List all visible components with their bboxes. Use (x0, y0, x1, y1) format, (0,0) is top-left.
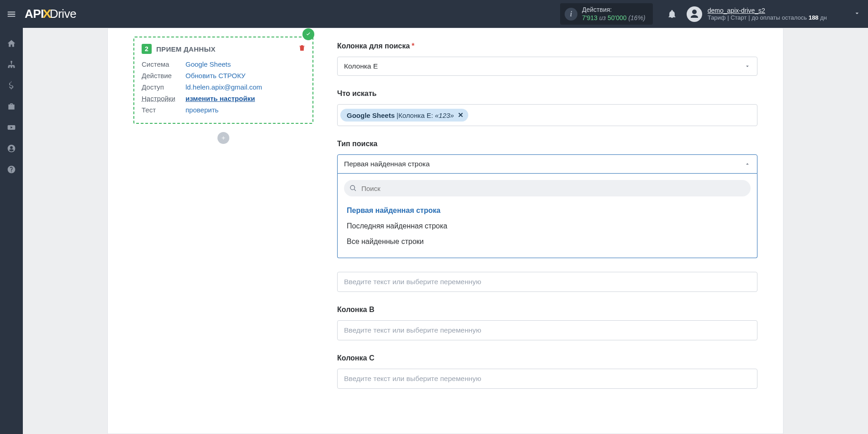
step-title: ПРИЕМ ДАННЫХ (156, 45, 216, 53)
input-variable-a[interactable] (337, 272, 757, 292)
step-details: СистемаGoogle Sheets ДействиеОбновить СТ… (142, 58, 305, 116)
chip-selected-variable[interactable]: Google Sheets | Колонка E: «123» ✕ (340, 109, 468, 122)
field-column-b: Колонка B (337, 306, 757, 340)
step-row-key-action: Действие (142, 72, 185, 79)
step-link-test[interactable]: проверить (185, 106, 218, 114)
chip-field: Колонка E: (398, 111, 433, 119)
plus-icon (221, 135, 226, 141)
dropdown-option-2[interactable]: Все найденные строки (345, 234, 750, 249)
label-search-type: Тип поиска (337, 140, 377, 148)
briefcase-icon (7, 102, 16, 111)
add-step-button[interactable] (217, 132, 229, 144)
chevron-up-icon (744, 161, 751, 167)
sidebar-item-connections[interactable] (0, 60, 23, 69)
field-search-type: Тип поиска Первая найденная строка Перва… (337, 140, 757, 258)
label-search-column: Колонка для поиска (337, 42, 410, 50)
sidebar-item-work[interactable] (0, 102, 23, 111)
step-link-system[interactable]: Google Sheets (185, 60, 231, 68)
sidebar-item-account[interactable] (0, 144, 23, 153)
main-area: 2 ПРИЕМ ДАННЫХ СистемаGoogle Sheets Дейс… (23, 28, 868, 434)
logo-api: API (25, 7, 44, 21)
check-icon (305, 31, 312, 37)
actions-title: Действия: (582, 6, 646, 14)
bell-icon (667, 10, 677, 19)
help-icon (7, 165, 16, 174)
chip-source: Google Sheets (347, 111, 395, 119)
logo[interactable]: API X Drive (25, 7, 76, 21)
content-card: 2 ПРИЕМ ДАННЫХ СистемаGoogle Sheets Дейс… (107, 28, 783, 434)
step-link-action[interactable]: Обновить СТРОКУ (185, 72, 245, 79)
youtube-icon (7, 123, 16, 132)
user-icon (689, 9, 700, 20)
dollar-icon (7, 81, 16, 90)
home-icon (7, 39, 16, 48)
step-complete-badge (302, 28, 314, 40)
avatar (687, 6, 702, 22)
notifications-button[interactable] (663, 10, 681, 19)
left-column: 2 ПРИЕМ ДАННЫХ СистемаGoogle Sheets Дейс… (108, 28, 323, 434)
step-row-key-system: Система (142, 60, 185, 68)
step-row-key-test: Тест (142, 106, 185, 114)
top-bar: API X Drive i Действия: 7'913 из 50'000 … (0, 0, 868, 28)
label-column-c: Колонка C (337, 354, 374, 362)
actions-values: 7'913 из 50'000 (16%) (582, 14, 646, 22)
header-expand-button[interactable] (853, 10, 861, 19)
field-hidden-a (337, 272, 757, 292)
label-what-search: Что искать (337, 90, 376, 98)
actions-usage-pill[interactable]: i Действия: 7'913 из 50'000 (16%) (560, 3, 653, 25)
step-row-key-access: Доступ (142, 83, 185, 91)
required-marker: * (412, 42, 414, 50)
select-search-column[interactable]: Колонка E (337, 57, 757, 76)
chip-value: «123» (435, 111, 454, 119)
step-number: 2 (142, 44, 152, 54)
hamburger-icon (6, 9, 16, 19)
select-search-column-value: Колонка E (344, 62, 378, 70)
chip-remove-button[interactable]: ✕ (458, 111, 464, 119)
select-search-type[interactable]: Первая найденная строка (337, 154, 757, 174)
input-column-b[interactable] (337, 320, 757, 340)
sidebar-item-home[interactable] (0, 39, 23, 48)
sidebar-item-help[interactable] (0, 165, 23, 174)
chevron-down-icon (744, 63, 751, 69)
user-menu[interactable]: demo_apix-drive_s2 Тариф | Старт | до оп… (687, 6, 827, 22)
trash-icon (298, 44, 306, 52)
field-search-column: Колонка для поиска * Колонка E (337, 42, 757, 76)
logo-x: X (42, 7, 51, 21)
select-search-type-value: Первая найденная строка (344, 160, 430, 168)
step-link-settings[interactable]: изменить настройки (185, 95, 255, 102)
input-column-c[interactable] (337, 369, 757, 389)
label-column-b: Колонка B (337, 306, 374, 314)
dropdown-panel: Первая найденная строка Последняя найден… (337, 174, 757, 258)
sitemap-icon (7, 60, 16, 69)
menu-toggle-button[interactable] (0, 9, 23, 19)
info-icon: i (565, 8, 577, 21)
user-tariff: Тариф | Старт | до оплаты осталось 188 д… (708, 14, 827, 21)
dropdown-option-0[interactable]: Первая найденная строка (345, 203, 750, 218)
user-name: demo_apix-drive_s2 (708, 7, 827, 14)
side-nav (0, 28, 23, 434)
step-link-access[interactable]: ld.helen.apix@gmail.com (185, 83, 262, 91)
field-what-search: Что искать Google Sheets | Колонка E: «1… (337, 90, 757, 126)
sidebar-item-video[interactable] (0, 123, 23, 132)
sidebar-item-billing[interactable] (0, 81, 23, 90)
input-what-search[interactable]: Google Sheets | Колонка E: «123» ✕ (337, 104, 757, 126)
dropdown-options: Первая найденная строка Последняя найден… (344, 201, 751, 251)
step-card: 2 ПРИЕМ ДАННЫХ СистемаGoogle Sheets Дейс… (133, 37, 313, 124)
chevron-down-icon (853, 10, 861, 17)
search-icon (349, 185, 357, 192)
step-row-key-settings: Настройки (142, 95, 185, 102)
right-column: Колонка для поиска * Колонка E Что искат… (323, 28, 783, 434)
field-column-c: Колонка C (337, 354, 757, 389)
logo-drive: Drive (50, 7, 76, 21)
user-circle-icon (7, 144, 16, 153)
dropdown-search-input[interactable] (344, 180, 751, 196)
dropdown-option-1[interactable]: Последняя найденная строка (345, 218, 750, 234)
delete-step-button[interactable] (298, 44, 306, 54)
